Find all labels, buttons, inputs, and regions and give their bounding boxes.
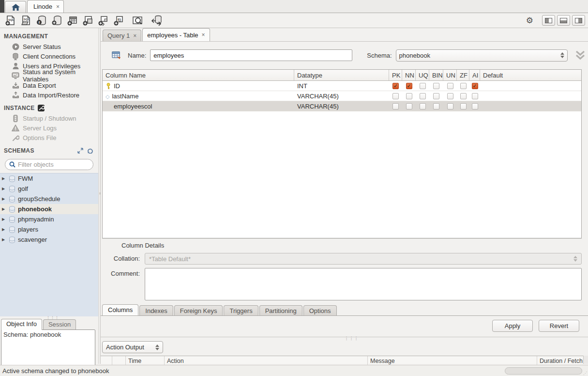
- flag-cell-pk[interactable]: [389, 101, 402, 111]
- reconnect-dbms-icon[interactable]: [149, 14, 165, 27]
- create-schema-icon[interactable]: [49, 14, 65, 27]
- connection-tab-linode[interactable]: Linode ×: [27, 0, 64, 13]
- schema-row-players[interactable]: ▶players: [0, 224, 98, 235]
- datatype-cell[interactable]: VARCHAR(45): [294, 101, 389, 111]
- comment-textarea[interactable]: [145, 268, 582, 300]
- grid-column-header[interactable]: NN: [402, 70, 416, 80]
- checkbox-bin[interactable]: [433, 103, 439, 110]
- checkbox-uq[interactable]: [420, 103, 426, 110]
- create-schema-info-icon[interactable]: f: [34, 14, 49, 27]
- flag-cell-pk[interactable]: ✓: [389, 81, 402, 91]
- flag-cell-bin[interactable]: [429, 81, 443, 91]
- flag-cell-ai[interactable]: ✓: [469, 81, 480, 91]
- flag-cell-uq[interactable]: [416, 101, 429, 111]
- sidebar-item-status-and-system-variables[interactable]: Status and System Variables: [0, 71, 98, 80]
- checkbox-pk[interactable]: [392, 93, 399, 99]
- checkbox-ai[interactable]: ✓: [472, 83, 478, 89]
- sidebar-item-data-import-restore[interactable]: Data Import/Restore: [0, 90, 98, 100]
- output-header-blank-0[interactable]: [101, 356, 112, 365]
- tab-session[interactable]: Session: [43, 319, 76, 330]
- close-icon[interactable]: ×: [56, 3, 60, 10]
- toggle-left-panel-icon[interactable]: [542, 15, 555, 26]
- flag-cell-nn[interactable]: ✓: [402, 81, 416, 91]
- toggle-right-panel-icon[interactable]: [572, 15, 585, 26]
- sidebar-item-server-logs[interactable]: Server Logs: [0, 123, 98, 133]
- flag-cell-zf[interactable]: [457, 101, 469, 111]
- grid-column-header[interactable]: PK: [389, 70, 402, 80]
- grid-column-header[interactable]: BIN: [429, 70, 443, 80]
- checkbox-un[interactable]: [447, 93, 453, 99]
- output-header-blank-1[interactable]: [112, 356, 126, 365]
- create-procedure-icon[interactable]: [96, 14, 111, 27]
- close-icon[interactable]: ×: [133, 32, 136, 39]
- flag-cell-ai[interactable]: [469, 101, 480, 111]
- checkbox-ai[interactable]: [472, 103, 478, 110]
- expand-panel-icon[interactable]: [77, 148, 83, 154]
- expander-triangle-icon[interactable]: ▶: [2, 176, 6, 181]
- create-view-icon[interactable]: [80, 14, 96, 27]
- checkbox-zf[interactable]: [460, 103, 467, 110]
- tab-options[interactable]: Options: [303, 305, 337, 315]
- schema-row-phpmyadmin[interactable]: ▶phpmyadmin: [0, 214, 98, 224]
- checkbox-nn[interactable]: [406, 103, 412, 110]
- grid-column-header[interactable]: ZF: [457, 70, 469, 80]
- flag-cell-zf[interactable]: [457, 91, 469, 101]
- home-tab[interactable]: [5, 1, 26, 13]
- sidebar-item-startup-shutdown[interactable]: Startup / Shutdown: [0, 113, 98, 123]
- resize-grip[interactable]: ⋰: [583, 371, 587, 376]
- schema-row-groupschedule[interactable]: ▶groupSchedule: [0, 194, 98, 204]
- flag-cell-pk[interactable]: [389, 91, 402, 101]
- table-name-input[interactable]: [150, 49, 352, 61]
- expander-triangle-icon[interactable]: ▶: [2, 207, 6, 211]
- tab-indexes[interactable]: Indexes: [139, 305, 173, 315]
- output-header-action[interactable]: Action: [165, 356, 368, 365]
- checkbox-uq[interactable]: [420, 93, 426, 99]
- flag-cell-uq[interactable]: [416, 91, 429, 101]
- toggle-bottom-panel-icon[interactable]: [557, 15, 570, 26]
- column-name-cell[interactable]: employeescol: [103, 101, 294, 111]
- tab-partitioning[interactable]: Partitioning: [259, 305, 302, 315]
- column-row-employeescol[interactable]: employeescolVARCHAR(45): [103, 101, 581, 111]
- sidebar-item-options-file[interactable]: Options File: [0, 133, 98, 142]
- schema-filter-input[interactable]: [18, 161, 103, 168]
- output-header-duration-fetch[interactable]: Duration / Fetch: [537, 356, 583, 365]
- preferences-gear-icon[interactable]: ⚙: [526, 16, 533, 26]
- expander-triangle-icon[interactable]: ▶: [2, 187, 6, 191]
- schema-row-golf[interactable]: ▶golf: [0, 184, 98, 194]
- double-chevron-down-icon[interactable]: [574, 50, 586, 60]
- grid-column-header[interactable]: UN: [443, 70, 457, 80]
- datatype-cell[interactable]: INT: [294, 81, 389, 91]
- grid-column-header[interactable]: UQ: [416, 70, 429, 80]
- schema-row-phonebook[interactable]: ▶phonebook: [0, 204, 98, 214]
- flag-cell-bin[interactable]: [429, 91, 443, 101]
- checkbox-pk[interactable]: [392, 103, 399, 110]
- refresh-schemas-icon[interactable]: [87, 148, 93, 154]
- column-row-lastname[interactable]: ◇lastNameVARCHAR(45): [103, 91, 581, 101]
- schema-select[interactable]: phonebook: [396, 49, 568, 62]
- output-type-select[interactable]: Action Output: [102, 341, 163, 353]
- close-icon[interactable]: ×: [202, 31, 205, 38]
- apply-button[interactable]: Apply: [492, 320, 533, 332]
- output-header-time[interactable]: Time: [126, 356, 165, 365]
- sidebar-item-client-connections[interactable]: Client Connections: [0, 51, 98, 61]
- search-data-icon[interactable]: [130, 14, 145, 27]
- checkbox-zf[interactable]: [460, 83, 467, 89]
- flag-cell-nn[interactable]: [402, 101, 416, 111]
- expander-triangle-icon[interactable]: ▶: [2, 197, 6, 201]
- status-scrollbar-thumb[interactable]: [505, 367, 582, 375]
- grid-column-header[interactable]: Column Name: [103, 70, 294, 80]
- flag-cell-un[interactable]: [443, 91, 457, 101]
- checkbox-ai[interactable]: [472, 93, 478, 99]
- column-row-id[interactable]: IDINT✓✓✓: [103, 81, 581, 91]
- create-table-icon[interactable]: [65, 14, 80, 27]
- grid-column-header[interactable]: Default: [480, 70, 581, 80]
- schema-row-scavenger[interactable]: ▶scavenger: [0, 235, 98, 245]
- schema-row-fwm[interactable]: ▶FWM: [0, 173, 98, 184]
- checkbox-un[interactable]: [447, 103, 453, 110]
- default-cell[interactable]: [480, 101, 581, 111]
- checkbox-nn[interactable]: [406, 93, 412, 99]
- grid-column-header[interactable]: AI: [469, 70, 480, 80]
- create-function-icon[interactable]: f(): [111, 14, 127, 27]
- datatype-cell[interactable]: VARCHAR(45): [294, 91, 389, 101]
- column-name-cell[interactable]: ◇lastName: [103, 91, 294, 101]
